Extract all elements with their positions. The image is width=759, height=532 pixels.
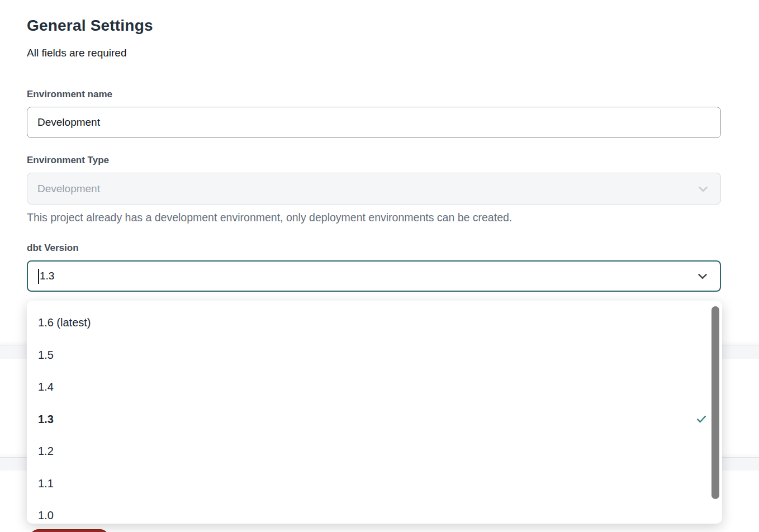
dbt-version-label: dbt Version bbox=[27, 243, 79, 254]
dropdown-option[interactable]: 1.3 bbox=[27, 403, 722, 436]
dropdown-option-label: 1.4 bbox=[38, 381, 54, 393]
dropdown-option[interactable]: 1.2 bbox=[27, 435, 722, 468]
dropdown-option-label: 1.5 bbox=[38, 349, 54, 362]
dropdown-option-label: 1.6 (latest) bbox=[38, 316, 91, 329]
dropdown-option-label: 1.1 bbox=[38, 477, 54, 490]
environment-type-value: Development bbox=[37, 183, 100, 195]
dropdown-option[interactable]: 1.1 bbox=[27, 468, 722, 500]
page-subtitle: All fields are required bbox=[27, 47, 126, 59]
check-icon bbox=[695, 413, 708, 425]
dbt-version-value: 1.3 bbox=[40, 270, 54, 282]
dropdown-option[interactable]: 1.5 bbox=[27, 339, 722, 372]
dbt-version-combobox[interactable]: 1.3 bbox=[27, 260, 721, 292]
chevron-down-icon bbox=[696, 182, 710, 196]
dropdown-option-list: 1.6 (latest) 1.5 1.4 bbox=[27, 307, 722, 524]
dropdown-option-label: 1.0 bbox=[38, 509, 54, 522]
dropdown-option[interactable]: 1.6 (latest) bbox=[27, 307, 722, 339]
dbt-version-dropdown-menu: 1.6 (latest) 1.5 1.4 bbox=[27, 301, 722, 524]
environment-type-help-text: This project already has a development e… bbox=[27, 211, 512, 224]
dropdown-scrollbar-thumb[interactable] bbox=[711, 306, 719, 499]
dropdown-option-label: 1.3 bbox=[38, 413, 54, 426]
dropdown-option[interactable]: 1.4 bbox=[27, 371, 722, 403]
environment-name-input[interactable] bbox=[27, 107, 721, 138]
environment-type-label: Environment Type bbox=[27, 155, 109, 166]
page-title: General Settings bbox=[27, 17, 153, 35]
environment-name-label: Environment name bbox=[27, 89, 112, 100]
dropdown-option-label: 1.2 bbox=[38, 445, 54, 458]
text-cursor bbox=[38, 269, 39, 284]
environment-type-select: Development bbox=[27, 173, 721, 205]
dropdown-option[interactable]: 1.0 bbox=[27, 500, 722, 524]
settings-page: General Settings All fields are required… bbox=[0, 0, 759, 532]
danger-button[interactable] bbox=[30, 529, 109, 532]
chevron-down-icon bbox=[695, 269, 710, 283]
